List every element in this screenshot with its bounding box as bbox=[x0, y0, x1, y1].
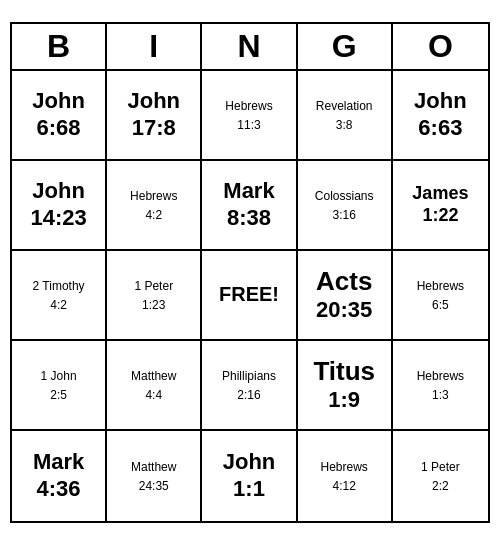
header-letter: O bbox=[393, 24, 488, 69]
cell-text: 2 Timothy4:2 bbox=[33, 276, 85, 313]
cell-text: Hebrews1:3 bbox=[417, 366, 464, 403]
bingo-cell: Acts20:35 bbox=[298, 251, 393, 341]
bingo-cell: John1:1 bbox=[202, 431, 297, 521]
bingo-cell: Phillipians2:16 bbox=[202, 341, 297, 431]
cell-text: Colossians3:16 bbox=[315, 186, 374, 223]
cell-text: James1:22 bbox=[412, 183, 468, 226]
bingo-cell: Mark8:38 bbox=[202, 161, 297, 251]
cell-text: Matthew24:35 bbox=[131, 457, 176, 494]
cell-text: Hebrews4:12 bbox=[321, 457, 368, 494]
cell-text: Hebrews6:5 bbox=[417, 276, 464, 313]
cell-text: 1 Peter2:2 bbox=[421, 457, 460, 494]
bingo-cell: 1 John2:5 bbox=[12, 341, 107, 431]
cell-text: Revelation3:8 bbox=[316, 96, 373, 133]
header-letter: N bbox=[202, 24, 297, 69]
bingo-cell: 1 Peter2:2 bbox=[393, 431, 488, 521]
cell-text: FREE! bbox=[219, 283, 279, 306]
cell-text: Titus1:9 bbox=[313, 356, 375, 413]
bingo-card: BINGO John6:68John17:8Hebrews11:3Revelat… bbox=[10, 22, 490, 523]
bingo-cell: John6:68 bbox=[12, 71, 107, 161]
bingo-cell: Matthew24:35 bbox=[107, 431, 202, 521]
bingo-cell: Hebrews6:5 bbox=[393, 251, 488, 341]
cell-text: John17:8 bbox=[128, 88, 181, 141]
bingo-cell: 2 Timothy4:2 bbox=[12, 251, 107, 341]
bingo-cell: Mark4:36 bbox=[12, 431, 107, 521]
bingo-cell: Matthew4:4 bbox=[107, 341, 202, 431]
bingo-cell: Colossians3:16 bbox=[298, 161, 393, 251]
bingo-cell: Revelation3:8 bbox=[298, 71, 393, 161]
bingo-cell: John17:8 bbox=[107, 71, 202, 161]
bingo-cell: James1:22 bbox=[393, 161, 488, 251]
cell-text: John1:1 bbox=[223, 449, 276, 502]
bingo-cell: John14:23 bbox=[12, 161, 107, 251]
bingo-cell: John6:63 bbox=[393, 71, 488, 161]
bingo-cell: Titus1:9 bbox=[298, 341, 393, 431]
cell-text: Hebrews4:2 bbox=[130, 186, 177, 223]
bingo-cell: Hebrews11:3 bbox=[202, 71, 297, 161]
bingo-cell: 1 Peter1:23 bbox=[107, 251, 202, 341]
bingo-cell: Hebrews4:2 bbox=[107, 161, 202, 251]
cell-text: John14:23 bbox=[30, 178, 86, 231]
header-letter: B bbox=[12, 24, 107, 69]
bingo-header: BINGO bbox=[12, 24, 488, 71]
cell-text: Mark8:38 bbox=[223, 178, 274, 231]
bingo-cell: FREE! bbox=[202, 251, 297, 341]
cell-text: Acts20:35 bbox=[316, 266, 372, 323]
cell-text: Matthew4:4 bbox=[131, 366, 176, 403]
cell-text: 1 Peter1:23 bbox=[134, 276, 173, 313]
cell-text: John6:68 bbox=[32, 88, 85, 141]
cell-text: 1 John2:5 bbox=[41, 366, 77, 403]
cell-text: John6:63 bbox=[414, 88, 467, 141]
cell-text: Hebrews11:3 bbox=[225, 96, 272, 133]
cell-text: Phillipians2:16 bbox=[222, 366, 276, 403]
bingo-cell: Hebrews1:3 bbox=[393, 341, 488, 431]
header-letter: I bbox=[107, 24, 202, 69]
header-letter: G bbox=[298, 24, 393, 69]
bingo-cell: Hebrews4:12 bbox=[298, 431, 393, 521]
bingo-grid: John6:68John17:8Hebrews11:3Revelation3:8… bbox=[12, 71, 488, 521]
cell-text: Mark4:36 bbox=[33, 449, 84, 502]
